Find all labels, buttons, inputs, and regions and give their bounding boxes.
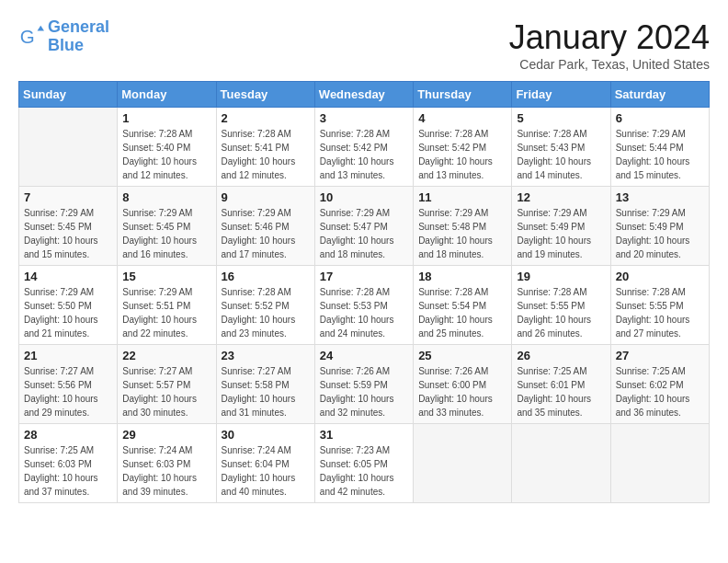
- title-block: January 2024 Cedar Park, Texas, United S…: [509, 18, 710, 72]
- calendar-cell: [414, 424, 512, 503]
- day-number: 28: [24, 428, 112, 442]
- day-number: 3: [320, 111, 408, 125]
- day-number: 16: [222, 270, 310, 283]
- logo-text: General Blue: [48, 18, 109, 55]
- day-info: Sunrise: 7:26 AMSunset: 5:59 PMDaylight:…: [320, 364, 408, 419]
- day-info: Sunrise: 7:28 AMSunset: 5:42 PMDaylight:…: [418, 127, 506, 182]
- day-number: 7: [24, 190, 112, 204]
- day-number: 14: [24, 270, 112, 283]
- calendar-cell: 24Sunrise: 7:26 AMSunset: 5:59 PMDayligh…: [314, 345, 413, 424]
- day-info: Sunrise: 7:29 AMSunset: 5:49 PMDaylight:…: [616, 206, 704, 261]
- calendar-cell: 11Sunrise: 7:29 AMSunset: 5:48 PMDayligh…: [414, 187, 512, 266]
- day-info: Sunrise: 7:29 AMSunset: 5:47 PMDaylight:…: [320, 206, 408, 261]
- weekday-header: Thursday: [414, 82, 512, 108]
- day-number: 19: [517, 270, 605, 283]
- calendar-cell: 18Sunrise: 7:28 AMSunset: 5:54 PMDayligh…: [414, 266, 512, 345]
- month-title: January 2024: [509, 18, 710, 57]
- day-info: Sunrise: 7:29 AMSunset: 5:44 PMDaylight:…: [616, 127, 704, 182]
- logo-line2: Blue: [48, 36, 84, 54]
- day-number: 23: [222, 349, 310, 362]
- calendar-cell: 12Sunrise: 7:29 AMSunset: 5:49 PMDayligh…: [512, 187, 610, 266]
- day-number: 29: [122, 428, 210, 442]
- calendar-cell: [610, 424, 709, 503]
- day-number: 10: [320, 190, 408, 204]
- day-number: 25: [418, 349, 506, 362]
- day-info: Sunrise: 7:26 AMSunset: 6:00 PMDaylight:…: [418, 364, 506, 419]
- day-info: Sunrise: 7:25 AMSunset: 6:03 PMDaylight:…: [24, 443, 112, 499]
- day-info: Sunrise: 7:28 AMSunset: 5:42 PMDaylight:…: [320, 127, 408, 182]
- calendar-cell: 30Sunrise: 7:24 AMSunset: 6:04 PMDayligh…: [216, 424, 314, 503]
- day-number: 9: [222, 190, 310, 204]
- day-number: 30: [222, 428, 310, 442]
- calendar-cell: 14Sunrise: 7:29 AMSunset: 5:50 PMDayligh…: [19, 266, 118, 345]
- day-number: 20: [616, 270, 704, 283]
- weekday-header: Saturday: [610, 82, 709, 108]
- day-info: Sunrise: 7:28 AMSunset: 5:40 PMDaylight:…: [122, 127, 210, 182]
- calendar-cell: 3Sunrise: 7:28 AMSunset: 5:42 PMDaylight…: [314, 108, 413, 187]
- day-number: 8: [122, 190, 210, 204]
- day-number: 26: [517, 349, 605, 362]
- day-info: Sunrise: 7:28 AMSunset: 5:55 PMDaylight:…: [616, 285, 704, 340]
- calendar-cell: 17Sunrise: 7:28 AMSunset: 5:53 PMDayligh…: [314, 266, 413, 345]
- weekday-header: Tuesday: [216, 82, 314, 108]
- calendar-cell: 28Sunrise: 7:25 AMSunset: 6:03 PMDayligh…: [19, 424, 118, 503]
- day-info: Sunrise: 7:29 AMSunset: 5:49 PMDaylight:…: [517, 206, 605, 261]
- calendar-cell: 22Sunrise: 7:27 AMSunset: 5:57 PMDayligh…: [118, 345, 216, 424]
- calendar-cell: [19, 108, 118, 187]
- day-info: Sunrise: 7:29 AMSunset: 5:50 PMDaylight:…: [24, 285, 112, 340]
- calendar-week-row: 7Sunrise: 7:29 AMSunset: 5:45 PMDaylight…: [19, 187, 710, 266]
- calendar-cell: 1Sunrise: 7:28 AMSunset: 5:40 PMDaylight…: [118, 108, 216, 187]
- day-number: 27: [616, 349, 704, 362]
- calendar-cell: 16Sunrise: 7:28 AMSunset: 5:52 PMDayligh…: [216, 266, 314, 345]
- day-info: Sunrise: 7:25 AMSunset: 6:02 PMDaylight:…: [616, 364, 704, 419]
- calendar-cell: 2Sunrise: 7:28 AMSunset: 5:41 PMDaylight…: [216, 108, 314, 187]
- day-number: 13: [616, 190, 704, 204]
- calendar-table: SundayMondayTuesdayWednesdayThursdayFrid…: [18, 81, 710, 503]
- day-number: 31: [320, 428, 408, 442]
- calendar-week-row: 21Sunrise: 7:27 AMSunset: 5:56 PMDayligh…: [19, 345, 710, 424]
- day-number: 5: [517, 111, 605, 125]
- day-info: Sunrise: 7:23 AMSunset: 6:05 PMDaylight:…: [320, 443, 408, 499]
- svg-marker-1: [38, 26, 44, 31]
- day-info: Sunrise: 7:27 AMSunset: 5:57 PMDaylight:…: [122, 364, 210, 419]
- day-number: 4: [418, 111, 506, 125]
- weekday-header: Wednesday: [314, 82, 413, 108]
- day-info: Sunrise: 7:27 AMSunset: 5:58 PMDaylight:…: [222, 364, 310, 419]
- day-info: Sunrise: 7:28 AMSunset: 5:43 PMDaylight:…: [517, 127, 605, 182]
- weekday-header: Friday: [512, 82, 610, 108]
- weekday-header: Sunday: [19, 82, 118, 108]
- day-info: Sunrise: 7:24 AMSunset: 6:03 PMDaylight:…: [122, 443, 210, 499]
- calendar-cell: 29Sunrise: 7:24 AMSunset: 6:03 PMDayligh…: [118, 424, 216, 503]
- logo-line1: General: [48, 17, 109, 36]
- day-info: Sunrise: 7:28 AMSunset: 5:55 PMDaylight:…: [517, 285, 605, 340]
- day-info: Sunrise: 7:29 AMSunset: 5:45 PMDaylight:…: [24, 206, 112, 261]
- calendar-cell: 4Sunrise: 7:28 AMSunset: 5:42 PMDaylight…: [414, 108, 512, 187]
- day-info: Sunrise: 7:29 AMSunset: 5:48 PMDaylight:…: [418, 206, 506, 261]
- day-number: 18: [418, 270, 506, 283]
- day-info: Sunrise: 7:29 AMSunset: 5:46 PMDaylight:…: [222, 206, 310, 261]
- day-number: 2: [222, 111, 310, 125]
- day-info: Sunrise: 7:28 AMSunset: 5:52 PMDaylight:…: [222, 285, 310, 340]
- location: Cedar Park, Texas, United States: [509, 57, 710, 72]
- calendar-week-row: 1Sunrise: 7:28 AMSunset: 5:40 PMDaylight…: [19, 108, 710, 187]
- day-info: Sunrise: 7:29 AMSunset: 5:45 PMDaylight:…: [122, 206, 210, 261]
- calendar-cell: 26Sunrise: 7:25 AMSunset: 6:01 PMDayligh…: [512, 345, 610, 424]
- calendar-cell: 9Sunrise: 7:29 AMSunset: 5:46 PMDaylight…: [216, 187, 314, 266]
- calendar-header-row: SundayMondayTuesdayWednesdayThursdayFrid…: [19, 82, 710, 108]
- day-info: Sunrise: 7:28 AMSunset: 5:53 PMDaylight:…: [320, 285, 408, 340]
- logo-icon: G: [18, 24, 44, 50]
- calendar-cell: 8Sunrise: 7:29 AMSunset: 5:45 PMDaylight…: [118, 187, 216, 266]
- day-number: 11: [418, 190, 506, 204]
- calendar-cell: 27Sunrise: 7:25 AMSunset: 6:02 PMDayligh…: [610, 345, 709, 424]
- day-info: Sunrise: 7:28 AMSunset: 5:41 PMDaylight:…: [222, 127, 310, 182]
- calendar-cell: 23Sunrise: 7:27 AMSunset: 5:58 PMDayligh…: [216, 345, 314, 424]
- calendar-cell: 31Sunrise: 7:23 AMSunset: 6:05 PMDayligh…: [314, 424, 413, 503]
- calendar-cell: 20Sunrise: 7:28 AMSunset: 5:55 PMDayligh…: [610, 266, 709, 345]
- day-info: Sunrise: 7:24 AMSunset: 6:04 PMDaylight:…: [222, 443, 310, 499]
- svg-text:G: G: [20, 25, 35, 46]
- day-number: 1: [122, 111, 210, 125]
- calendar-cell: 6Sunrise: 7:29 AMSunset: 5:44 PMDaylight…: [610, 108, 709, 187]
- day-number: 24: [320, 349, 408, 362]
- day-number: 21: [24, 349, 112, 362]
- page-header: G General Blue January 2024 Cedar Park, …: [18, 18, 710, 72]
